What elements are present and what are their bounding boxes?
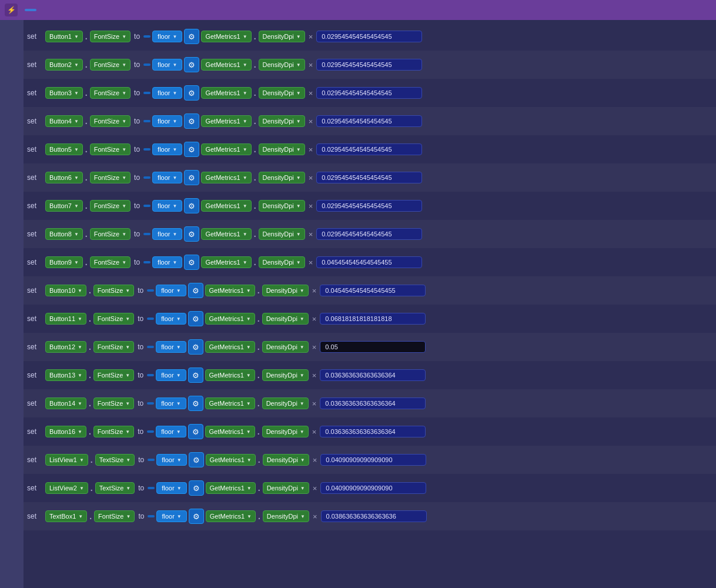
floor-dropdown[interactable]: floor ▼ [152, 228, 182, 240]
metrics-dropdown[interactable]: GetMetrics1 ▼ [201, 256, 251, 268]
property-dropdown[interactable]: FontSize ▼ [93, 426, 134, 437]
property-dropdown[interactable]: TextSize ▼ [95, 454, 135, 466]
metrics-dropdown[interactable]: GetMetrics1 ▼ [206, 510, 256, 522]
value-input[interactable]: 0.029545454545454545 [316, 228, 422, 240]
component-dropdown[interactable]: Button13 ▼ [45, 369, 86, 381]
metric-prop-dropdown[interactable]: DensityDpi ▼ [262, 341, 309, 353]
metrics-dropdown[interactable]: GetMetrics1 ▼ [206, 482, 256, 494]
metric-prop-dropdown[interactable]: DensityDpi ▼ [259, 228, 305, 240]
gear-button[interactable]: ⚙ [189, 480, 204, 496]
metric-prop-dropdown[interactable]: DensityDpi ▼ [259, 31, 305, 42]
gear-button[interactable]: ⚙ [184, 142, 199, 157]
floor-dropdown[interactable]: floor ▼ [156, 510, 186, 522]
floor-dropdown[interactable]: floor ▼ [152, 143, 182, 155]
gear-button[interactable]: ⚙ [184, 57, 199, 72]
component-dropdown[interactable]: Button9 ▼ [45, 256, 83, 268]
floor-dropdown[interactable]: floor ▼ [156, 426, 186, 437]
value-input[interactable]: 0.029545454545454545 [316, 31, 422, 42]
size-badge[interactable] [25, 9, 36, 11]
gear-button[interactable]: ⚙ [189, 452, 204, 467]
metrics-dropdown[interactable]: GetMetrics1 ▼ [205, 341, 255, 353]
metrics-dropdown[interactable]: GetMetrics1 ▼ [201, 228, 251, 240]
property-dropdown[interactable]: FontSize ▼ [90, 256, 131, 268]
metric-prop-dropdown[interactable]: DensityDpi ▼ [259, 59, 305, 71]
value-input[interactable]: 0.036363636363636364 [320, 369, 426, 381]
metric-prop-dropdown[interactable]: DensityDpi ▼ [259, 87, 305, 99]
metric-prop-dropdown[interactable]: DensityDpi ▼ [262, 397, 309, 409]
property-dropdown[interactable]: FontSize ▼ [90, 143, 131, 155]
floor-dropdown[interactable]: floor ▼ [152, 59, 182, 71]
component-dropdown[interactable]: Button1 ▼ [45, 31, 83, 42]
gear-button[interactable]: ⚙ [184, 198, 199, 213]
metrics-dropdown[interactable]: GetMetrics1 ▼ [201, 115, 251, 127]
floor-dropdown[interactable]: floor ▼ [152, 31, 182, 42]
value-input[interactable]: 0.05 [320, 341, 426, 353]
component-dropdown[interactable]: Button14 ▼ [45, 397, 86, 409]
component-dropdown[interactable]: TextBox1 ▼ [45, 510, 87, 522]
metric-prop-dropdown[interactable]: DensityDpi ▼ [263, 454, 309, 466]
gear-button[interactable]: ⚙ [184, 113, 199, 129]
gear-button[interactable]: ⚙ [189, 509, 204, 524]
floor-dropdown[interactable]: floor ▼ [156, 285, 186, 296]
metric-prop-dropdown[interactable]: DensityDpi ▼ [259, 256, 305, 268]
gear-button[interactable]: ⚙ [184, 255, 199, 270]
floor-dropdown[interactable]: floor ▼ [156, 313, 186, 325]
component-dropdown[interactable]: Button12 ▼ [45, 341, 86, 353]
metrics-dropdown[interactable]: GetMetrics1 ▼ [205, 397, 255, 409]
property-dropdown[interactable]: FontSize ▼ [93, 369, 134, 381]
property-dropdown[interactable]: FontSize ▼ [90, 87, 131, 99]
metric-prop-dropdown[interactable]: DensityDpi ▼ [263, 482, 309, 494]
metric-prop-dropdown[interactable]: DensityDpi ▼ [262, 313, 309, 325]
floor-dropdown[interactable]: floor ▼ [152, 200, 182, 212]
component-dropdown[interactable]: Button10 ▼ [45, 285, 86, 296]
metrics-dropdown[interactable]: GetMetrics1 ▼ [201, 172, 251, 183]
floor-dropdown[interactable]: floor ▼ [156, 369, 186, 381]
metric-prop-dropdown[interactable]: DensityDpi ▼ [259, 172, 305, 183]
gear-button[interactable]: ⚙ [188, 424, 203, 439]
gear-button[interactable]: ⚙ [188, 396, 203, 411]
property-dropdown[interactable]: FontSize ▼ [93, 285, 134, 296]
metrics-dropdown[interactable]: GetMetrics1 ▼ [201, 143, 251, 155]
metrics-dropdown[interactable]: GetMetrics1 ▼ [201, 87, 251, 99]
value-input[interactable]: 0.04090909090909090 [320, 454, 426, 466]
component-dropdown[interactable]: Button2 ▼ [45, 59, 83, 71]
metric-prop-dropdown[interactable]: DensityDpi ▼ [263, 510, 309, 522]
floor-dropdown[interactable]: floor ▼ [156, 482, 186, 494]
component-dropdown[interactable]: Button7 ▼ [45, 200, 83, 212]
property-dropdown[interactable]: FontSize ▼ [93, 341, 134, 353]
component-dropdown[interactable]: Button5 ▼ [45, 143, 83, 155]
property-dropdown[interactable]: FontSize ▼ [90, 228, 131, 240]
floor-dropdown[interactable]: floor ▼ [152, 87, 182, 99]
component-dropdown[interactable]: ListView1 ▼ [45, 454, 88, 466]
metric-prop-dropdown[interactable]: DensityDpi ▼ [259, 200, 305, 212]
value-input[interactable]: 0.029545454545454545 [316, 200, 422, 212]
component-dropdown[interactable]: ListView2 ▼ [45, 482, 88, 494]
component-dropdown[interactable]: Button6 ▼ [45, 172, 83, 183]
property-dropdown[interactable]: FontSize ▼ [93, 397, 134, 409]
metric-prop-dropdown[interactable]: DensityDpi ▼ [259, 143, 305, 155]
gear-button[interactable]: ⚙ [184, 29, 199, 44]
property-dropdown[interactable]: FontSize ▼ [93, 313, 134, 325]
metrics-dropdown[interactable]: GetMetrics1 ▼ [205, 426, 255, 437]
property-dropdown[interactable]: FontSize ▼ [90, 172, 131, 183]
metrics-dropdown[interactable]: GetMetrics1 ▼ [206, 454, 256, 466]
component-dropdown[interactable]: Button11 ▼ [45, 313, 86, 325]
metric-prop-dropdown[interactable]: DensityDpi ▼ [262, 426, 309, 437]
component-dropdown[interactable]: Button3 ▼ [45, 87, 83, 99]
metrics-dropdown[interactable]: GetMetrics1 ▼ [205, 285, 255, 296]
gear-button[interactable]: ⚙ [188, 368, 203, 383]
value-input[interactable]: 0.029545454545454545 [316, 172, 422, 183]
gear-button[interactable]: ⚙ [188, 339, 203, 355]
floor-dropdown[interactable]: floor ▼ [156, 454, 186, 466]
metrics-dropdown[interactable]: GetMetrics1 ▼ [201, 31, 251, 42]
property-dropdown[interactable]: FontSize ▼ [90, 115, 131, 127]
value-input[interactable]: 0.038636363636363636 [321, 510, 427, 522]
metrics-dropdown[interactable]: GetMetrics1 ▼ [201, 200, 251, 212]
value-input[interactable]: 0.029545454545454545 [316, 59, 422, 71]
property-dropdown[interactable]: FontSize ▼ [90, 59, 131, 71]
metrics-dropdown[interactable]: GetMetrics1 ▼ [205, 369, 255, 381]
gear-button[interactable]: ⚙ [184, 226, 199, 242]
property-dropdown[interactable]: FontSize ▼ [94, 510, 135, 522]
metric-prop-dropdown[interactable]: DensityDpi ▼ [262, 369, 309, 381]
metrics-dropdown[interactable]: GetMetrics1 ▼ [205, 313, 255, 325]
